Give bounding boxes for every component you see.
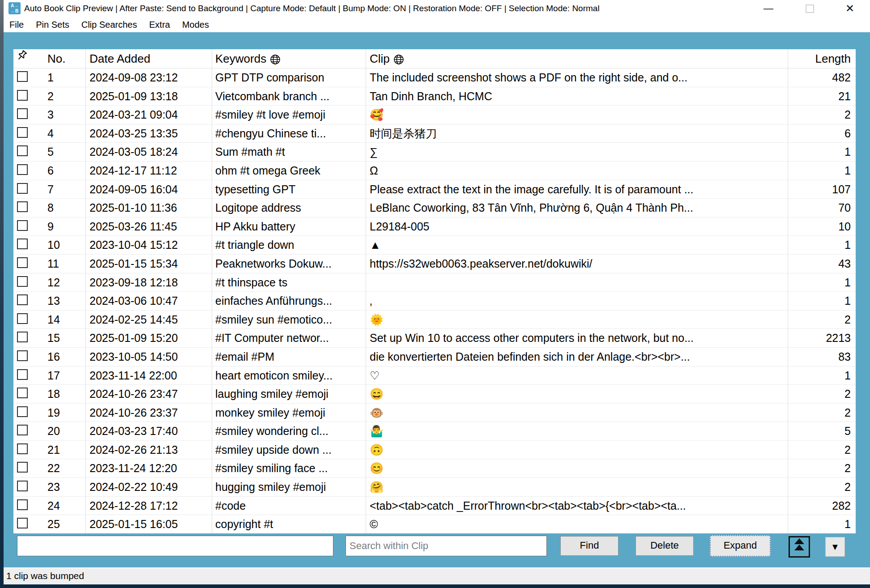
header-no[interactable]: No. [47,49,86,68]
find-button[interactable]: Find [560,536,618,556]
search-within-clip-input[interactable] [345,536,547,556]
row-checkbox[interactable] [17,257,28,268]
cell-no: 4 [47,124,86,143]
row-checkbox[interactable] [17,220,28,231]
globe-icon [393,54,404,65]
cell-no: 19 [47,404,86,422]
menu-file[interactable]: File [9,20,24,30]
table-row[interactable]: 112025-01-15 15:34Peaknetworks Dokuw...h… [13,255,856,273]
cell-length: 10 [788,217,856,236]
row-checkbox[interactable] [17,443,28,454]
header-clip[interactable]: Clip [366,49,788,68]
cell-keywords: Sum #math #t [212,143,366,161]
table-row[interactable]: 152025-01-09 15:20#IT Computer networ...… [13,329,856,348]
table-row[interactable]: 72024-09-05 16:04typesetting GPTPlease e… [13,180,856,199]
row-checkbox[interactable] [17,425,28,435]
row-checkbox[interactable] [17,388,28,398]
row-checkbox[interactable] [17,499,28,510]
cell-checkbox [13,273,47,292]
header-pin[interactable] [13,49,47,68]
menu-modes[interactable]: Modes [182,20,209,30]
row-checkbox[interactable] [17,518,28,528]
cell-date-added: 2024-02-25 14:45 [86,311,212,329]
header-length[interactable]: Length [788,49,856,68]
table-row[interactable]: 52024-03-05 18:24Sum #math #t∑1 [13,143,856,162]
table-row[interactable]: 92025-03-26 11:45HP Akku batteryL29184-0… [13,217,856,236]
cell-checkbox [13,497,47,515]
cell-length: 282 [788,497,856,515]
table-row[interactable]: 62024-12-17 11:12ohm #t omega GreekΩ1 [13,162,856,180]
cell-checkbox [13,106,47,124]
table-row[interactable]: 22025-01-09 13:18Vietcombank branch ...T… [13,87,856,106]
cell-clip: die konvertierten Dateien befinden sich … [366,348,788,366]
delete-button[interactable]: Delete [635,536,694,556]
cell-length: 2 [788,478,856,496]
header-date-added[interactable]: Date Added [86,49,212,68]
row-checkbox[interactable] [17,406,28,417]
row-checkbox[interactable] [17,145,28,156]
cell-checkbox [13,366,47,385]
row-checkbox[interactable] [17,294,28,305]
cell-clip: https://s32web0063.peakserver.net/dokuwi… [366,255,788,273]
row-checkbox[interactable] [17,127,28,138]
bump-to-top-button[interactable] [789,536,810,558]
row-checkbox[interactable] [17,90,28,101]
cell-no: 20 [47,422,86,440]
expand-button[interactable]: Expand [710,535,771,557]
minimize-button[interactable]: — [758,0,779,17]
table-row[interactable]: 192024-10-26 23:37monkey smiley #emoji🐵2 [13,404,856,422]
cell-length: 2213 [788,329,856,347]
table-row[interactable]: 102023-10-04 15:12#t triangle down▲1 [13,236,856,255]
row-checkbox[interactable] [17,239,28,249]
cell-no: 16 [47,348,86,366]
row-checkbox[interactable] [17,108,28,119]
row-checkbox[interactable] [17,201,28,212]
filter-input[interactable] [17,536,333,556]
cell-checkbox [13,180,47,199]
maximize-button[interactable] [799,0,820,17]
cell-date-added: 2024-12-17 11:12 [86,162,212,180]
move-down-button[interactable]: ▼ [825,537,845,557]
close-button[interactable]: ✕ [840,0,860,17]
table-row[interactable]: 132024-03-06 10:47einfaches Anführungs..… [13,292,856,311]
row-checkbox[interactable] [17,71,28,82]
table-row[interactable]: 172023-11-14 22:00heart emoticon smiley.… [13,366,856,385]
cell-clip [366,273,788,292]
row-checkbox[interactable] [17,369,28,380]
cell-date-added: 2025-01-09 15:20 [86,329,212,347]
row-checkbox[interactable] [17,350,28,361]
row-checkbox[interactable] [17,332,28,342]
row-checkbox[interactable] [17,481,28,491]
header-keywords[interactable]: Keywords [212,49,366,68]
cell-checkbox [13,441,47,459]
table-row[interactable]: 82025-01-10 11:36Logitope addressLeBlanc… [13,199,856,217]
menu-clip-searches[interactable]: Clip Searches [81,20,137,30]
row-checkbox[interactable] [17,313,28,324]
cell-keywords: monkey smiley #emoji [212,404,366,422]
row-checkbox[interactable] [17,164,28,175]
table-row[interactable]: 162023-10-05 14:50#email #PMdie konverti… [13,348,856,366]
cell-length: 1 [788,236,856,254]
table-row[interactable]: 222023-11-24 12:20#smiley smiling face .… [13,459,856,478]
cell-checkbox [13,87,47,106]
table-row[interactable]: 202024-03-23 17:40#smiley wondering cl..… [13,422,856,441]
cell-no: 6 [47,162,86,180]
menu-pin-sets[interactable]: Pin Sets [36,20,69,30]
row-checkbox[interactable] [17,183,28,194]
table-row[interactable]: 182024-10-26 23:47laughing smiley #emoji… [13,385,856,404]
table-row[interactable]: 212024-02-26 21:13#smiley upside down ..… [13,441,856,460]
table-row[interactable]: 42024-03-25 13:35#chengyu Chinese ti...时… [13,124,856,143]
table-row[interactable]: 232024-02-22 10:49hugging smiley #emoji🤗… [13,478,856,497]
row-checkbox[interactable] [17,276,28,287]
table-row[interactable]: 242024-12-28 17:12#code<tab><tab>catch _… [13,497,856,516]
table-row[interactable]: 122023-09-18 12:18#t thinspace ts1 [13,273,856,292]
table-row[interactable]: 252025-01-15 16:05copyright #t©1 [13,515,856,533]
menu-extra[interactable]: Extra [149,20,170,30]
table-row[interactable]: 12024-09-08 23:12GPT DTP comparisonThe i… [13,68,856,87]
table-row[interactable]: 32024-03-21 09:04#smiley #t love #emoji🥰… [13,106,856,124]
cell-clip: LeBlanc Coworking, 83 Tân Vĩnh, Phường 6… [366,199,788,217]
cell-clip: 🐵 [366,404,788,422]
cell-no: 15 [47,329,86,347]
row-checkbox[interactable] [17,462,28,473]
table-row[interactable]: 142024-02-25 14:45#smiley sun #emotico..… [13,311,856,329]
